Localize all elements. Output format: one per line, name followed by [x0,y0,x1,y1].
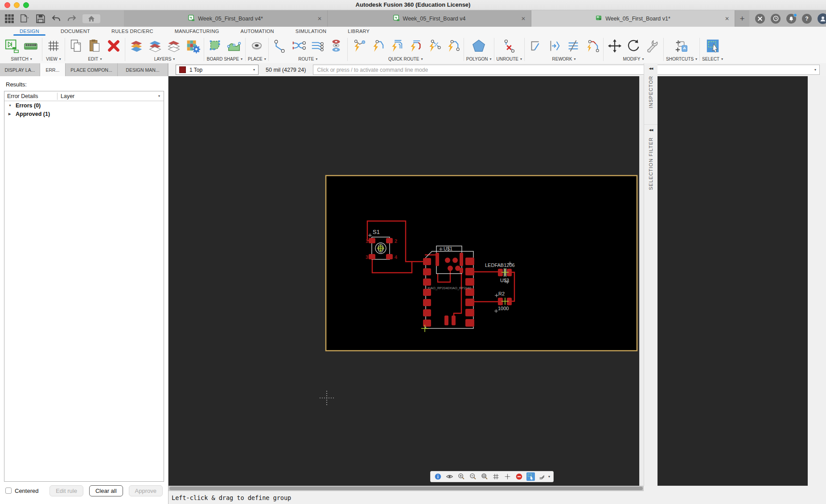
slide-route-icon[interactable] [564,37,582,55]
info-icon[interactable] [434,472,442,481]
tab-display-layers[interactable]: DISPLAY LA... [0,63,40,76]
rotate-icon[interactable] [625,37,642,55]
new-tab-button[interactable]: + [735,10,749,27]
select-icon[interactable] [704,37,722,55]
copy-icon[interactable] [67,37,85,55]
expand-arrow-icon[interactable]: ▶ [8,112,12,116]
toolbar-group-label[interactable]: LAYERS▾ [154,56,175,62]
layer-select[interactable]: 1 Top ▾ [176,65,259,75]
menu-manufacturing[interactable]: MANUFACTURING [164,27,230,36]
menu-rules-drc-erc[interactable]: RULES DRC/ERC [101,27,164,36]
close-icon[interactable]: ✕ [317,16,322,22]
collapse-icon[interactable]: ◀◀ [649,67,653,70]
home-button[interactable] [82,14,100,23]
app-grid-icon[interactable] [4,14,14,24]
undo-icon[interactable] [51,14,61,24]
grid-settings-icon[interactable] [45,37,62,55]
toolbar-group-label[interactable]: EDIT▾ [88,56,102,62]
miter-icon[interactable] [527,37,545,55]
expand-arrow-icon[interactable]: ▼ [8,104,12,107]
vertical-scrollbar[interactable] [639,76,644,486]
toolbar-group-label[interactable]: UNROUTE▾ [497,56,522,62]
centered-checkbox[interactable] [5,488,12,494]
results-row-errors[interactable]: ▼ Errors (0) [4,101,164,110]
layers-color-icon[interactable] [127,37,145,55]
edit-rule-button[interactable]: Edit rule [49,485,83,496]
save-icon[interactable] [36,14,45,24]
document-tab-1[interactable]: Week_05_First_Board v4* ✕ [124,10,328,27]
command-line-input[interactable] [313,65,820,75]
toolbar-group-label[interactable]: PLACE▾ [248,56,266,62]
reroute-icon[interactable] [583,37,601,55]
push-route-icon[interactable] [546,37,563,55]
notifications-icon[interactable] [786,14,796,24]
quick-route-corner-icon[interactable] [369,37,386,55]
job-status-icon[interactable] [771,14,781,24]
toolbar-group-label[interactable]: POLYGON▾ [466,56,492,62]
zoom-in-icon[interactable] [457,472,465,481]
visibility-icon[interactable] [445,472,454,481]
via-stack-icon[interactable] [327,37,345,55]
column-layer[interactable]: Layer [58,93,158,99]
help-icon[interactable]: ? [802,14,812,24]
centered-checkbox-label[interactable]: Centered [5,488,38,494]
chevron-down-icon[interactable]: ▾ [548,475,550,479]
origin-icon[interactable] [503,472,512,481]
collapse-icon[interactable]: ◀◀ [649,128,653,132]
redo-icon[interactable] [67,14,77,24]
document-tab-2[interactable]: Week_05_First_Board v4 ✕ [328,10,531,27]
toolbar-group-label[interactable]: REWORK▾ [552,56,576,62]
unroute-icon[interactable] [500,37,518,55]
quick-route-finish-icon[interactable] [406,37,424,55]
clear-all-button[interactable]: Clear all [89,485,123,496]
polygon-icon[interactable] [470,37,488,55]
move-icon[interactable] [606,37,624,55]
board-curve-icon[interactable] [225,37,243,55]
quick-route-break-icon[interactable] [425,37,443,55]
via-icon[interactable] [248,37,266,55]
stop-icon[interactable] [515,472,523,481]
grid-icon[interactable] [492,472,500,481]
paste-icon[interactable] [86,37,104,55]
layer-settings-icon[interactable] [184,37,201,55]
zoom-out-icon[interactable] [468,472,477,481]
zoom-window-icon[interactable] [480,472,489,481]
toolbar-group-label[interactable]: QUICK ROUTE▾ [388,56,423,62]
toolbar-group-label[interactable]: SWITCH▾ [11,56,32,62]
menu-simulation[interactable]: SIMULATION [285,27,337,36]
toolbar-group-label[interactable]: SELECT▾ [702,56,723,62]
switch-board-icon[interactable] [22,37,40,55]
quick-route-icon[interactable] [350,37,368,55]
quick-route-bus-icon[interactable] [387,37,405,55]
pcb-drawing[interactable]: S1U$1XIAO_RP2040XIAO_RP2040LEDFAB1206U$3… [168,76,808,486]
bend-style-icon[interactable] [538,472,547,481]
new-file-icon[interactable] [20,14,30,24]
diff-pair-route-icon[interactable] [290,37,308,55]
close-icon[interactable]: ✕ [725,16,729,22]
layers-stack-icon[interactable] [165,37,183,55]
inspector-panel-tab[interactable]: ◀◀ INSPECTOR [644,63,658,108]
tab-errors[interactable]: ERR... [40,63,66,76]
chevron-down-icon[interactable]: ▾ [158,94,164,98]
selection-filter-panel-tab[interactable]: ◀◀ SELECTION FILTER [644,124,658,190]
box-select-icon[interactable] [526,472,535,481]
approve-button[interactable]: Approve [129,485,163,496]
pcb-editor-canvas[interactable]: S1U$1XIAO_RP2040XIAO_RP2040LEDFAB1206U$3… [168,76,808,486]
toolbar-group-label[interactable]: VIEW▾ [46,56,61,62]
tab-design-manager[interactable]: DESIGN MAN... [118,63,168,76]
document-tab-3-active[interactable]: Week_05_First_Board v1* ✕ [531,10,735,27]
menu-library[interactable]: LIBRARY [337,27,380,36]
wrench-icon[interactable] [643,37,661,55]
toolbar-group-label[interactable]: ROUTE▾ [298,56,317,62]
board-outline-icon[interactable] [206,37,224,55]
toolbar-group-label[interactable]: MODIFY▾ [623,56,644,62]
results-row-approved[interactable]: ▶ Approved (1) [4,110,164,118]
horizontal-scrollbar[interactable] [168,486,644,491]
chevron-down-icon[interactable]: ▾ [814,68,816,72]
extensions-icon[interactable] [755,14,765,24]
layers-flip-icon[interactable] [146,37,164,55]
column-error-details[interactable]: Error Details [4,93,57,99]
switch-schematic-icon[interactable] [3,37,21,55]
toolbar-group-label[interactable]: BOARD SHAPE▾ [207,56,242,62]
quick-route-single-icon[interactable] [444,37,461,55]
